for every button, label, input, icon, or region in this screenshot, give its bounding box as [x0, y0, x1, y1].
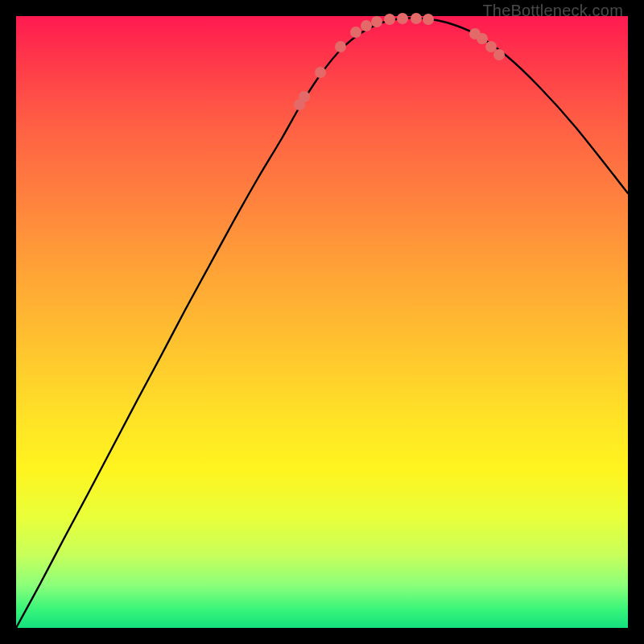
- trough-marker-dot: [493, 49, 505, 60]
- trough-marker-dot: [335, 41, 346, 52]
- trough-marker-dot: [350, 27, 361, 38]
- chart-svg: [16, 16, 628, 628]
- trough-marker-dot: [361, 20, 372, 31]
- trough-marker-group: [294, 13, 505, 110]
- trough-marker-dot: [315, 67, 326, 78]
- trough-marker-dot: [411, 13, 422, 24]
- trough-marker-dot: [397, 13, 408, 24]
- trough-marker-dot: [485, 41, 497, 52]
- chart-frame: TheBottleneck.com: [16, 16, 628, 628]
- bottleneck-curve-line: [16, 18, 628, 628]
- trough-marker-dot: [384, 14, 395, 25]
- trough-marker-dot: [371, 16, 382, 27]
- trough-marker-dot: [477, 33, 488, 44]
- trough-marker-dot: [299, 91, 310, 102]
- trough-marker-dot: [423, 14, 434, 25]
